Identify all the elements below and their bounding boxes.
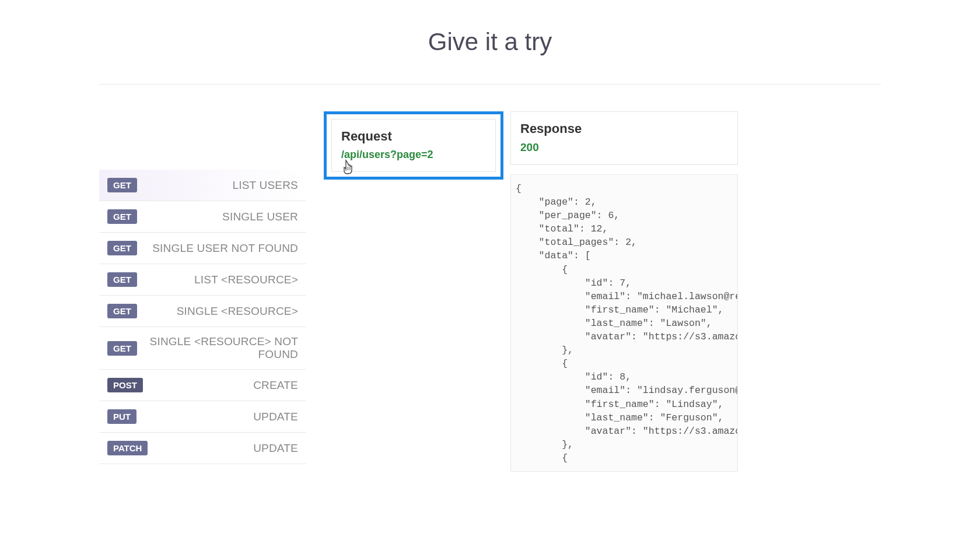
- request-title: Request: [341, 129, 486, 144]
- request-card[interactable]: Request /api/users?page=2: [324, 111, 503, 180]
- endpoint-label: CREATE: [143, 379, 298, 392]
- endpoint-label: SINGLE USER: [137, 210, 298, 223]
- endpoint-item[interactable]: GETSINGLE USER NOT FOUND: [99, 233, 306, 264]
- endpoint-item[interactable]: GETSINGLE USER: [99, 201, 306, 233]
- endpoint-label: LIST USERS: [137, 179, 298, 192]
- method-badge: GET: [107, 341, 137, 356]
- endpoint-label: SINGLE <RESOURCE> NOT FOUND: [137, 335, 298, 361]
- endpoint-label: UPDATE: [136, 410, 298, 423]
- endpoint-item[interactable]: GETLIST <RESOURCE>: [99, 264, 306, 296]
- request-url[interactable]: /api/users?page=2: [341, 149, 486, 161]
- divider: [99, 84, 881, 85]
- endpoint-item[interactable]: PATCHUPDATE: [99, 433, 306, 464]
- request-card-inner: Request /api/users?page=2: [331, 119, 496, 172]
- endpoint-item[interactable]: POSTCREATE: [99, 370, 306, 401]
- main-container: GETLIST USERSGETSINGLE USERGETSINGLE USE…: [0, 111, 980, 472]
- method-badge: GET: [107, 209, 137, 224]
- response-column: Response 200 { "page": 2, "per_page": 6,…: [510, 111, 738, 472]
- endpoint-item[interactable]: GETSINGLE <RESOURCE>: [99, 296, 306, 327]
- endpoint-label: LIST <RESOURCE>: [137, 273, 298, 286]
- method-badge: GET: [107, 272, 137, 287]
- endpoint-item[interactable]: PUTUPDATE: [99, 401, 306, 433]
- method-badge: GET: [107, 178, 137, 192]
- endpoint-label: SINGLE USER NOT FOUND: [137, 242, 298, 255]
- response-title: Response: [520, 121, 728, 136]
- pointer-cursor-icon: [342, 159, 354, 174]
- endpoint-label: SINGLE <RESOURCE>: [137, 305, 298, 318]
- endpoint-item[interactable]: GETSINGLE <RESOURCE> NOT FOUND: [99, 327, 306, 370]
- method-badge: POST: [107, 378, 143, 392]
- right-panel: Request /api/users?page=2 Response 200 {…: [324, 111, 881, 472]
- response-card: Response 200: [510, 111, 738, 165]
- method-badge: PATCH: [107, 441, 148, 455]
- endpoint-list: GETLIST USERSGETSINGLE USERGETSINGLE USE…: [99, 170, 306, 464]
- endpoint-label: UPDATE: [148, 442, 298, 455]
- response-status: 200: [520, 141, 728, 154]
- method-badge: GET: [107, 304, 137, 318]
- method-badge: PUT: [107, 409, 136, 424]
- method-badge: GET: [107, 241, 137, 255]
- endpoint-item[interactable]: GETLIST USERS: [99, 170, 306, 201]
- response-body[interactable]: { "page": 2, "per_page": 6, "total": 12,…: [510, 174, 738, 472]
- page-title: Give it a try: [0, 0, 980, 84]
